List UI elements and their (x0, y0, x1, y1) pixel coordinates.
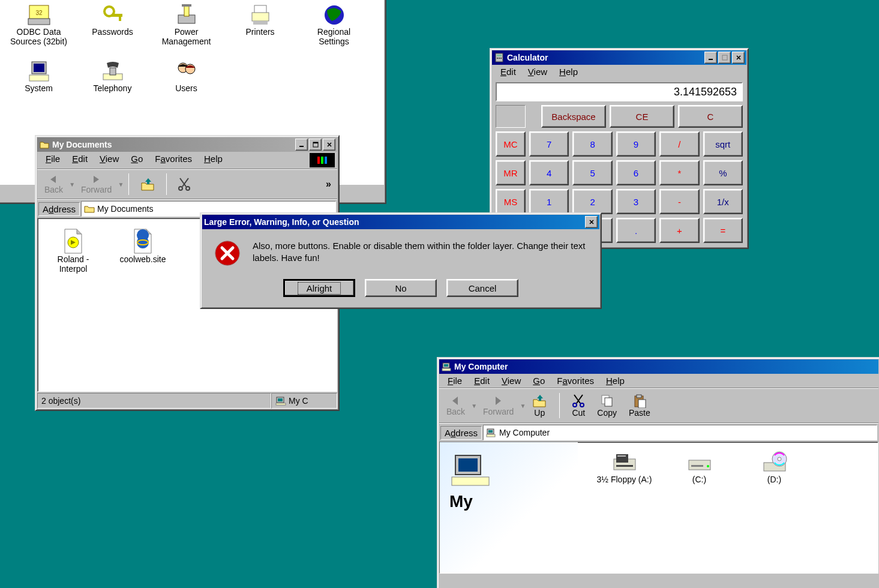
c-button[interactable]: C (678, 105, 743, 128)
folder-up-icon (532, 394, 547, 408)
close-button[interactable] (323, 139, 335, 151)
status-text: 2 object(s) (37, 393, 271, 409)
calc-divide-button[interactable]: / (659, 131, 699, 157)
calc-2-button[interactable]: 2 (572, 189, 612, 214)
menu-favorites[interactable]: Favorites (551, 375, 600, 386)
svg-text:32: 32 (35, 10, 43, 16)
drive-label: (D:) (767, 475, 781, 484)
minimize-button[interactable] (704, 52, 717, 64)
drive-item[interactable]: (C:) (671, 451, 728, 484)
calc-3-button[interactable]: 3 (616, 189, 656, 214)
ok-button[interactable]: Alright (283, 279, 355, 297)
no-button[interactable]: No (365, 279, 437, 297)
menu-go[interactable]: Go (125, 153, 149, 167)
calc-5-button[interactable]: 5 (572, 160, 612, 185)
icon-label: Users (175, 83, 197, 93)
menu-file[interactable]: File (40, 153, 66, 167)
menu-view[interactable]: View (94, 153, 125, 167)
up-button[interactable] (134, 176, 161, 193)
calc-plus-button[interactable]: + (659, 218, 699, 243)
cut-button[interactable]: Cut (566, 392, 591, 419)
calc-mr-button[interactable]: MR (496, 160, 526, 185)
calc-minus-button[interactable]: - (659, 189, 699, 214)
forward-button[interactable]: Forward (477, 394, 520, 418)
calc-ms-button[interactable]: MS (496, 189, 526, 214)
copy-button[interactable]: Copy (591, 392, 623, 419)
back-button[interactable]: Back (38, 173, 69, 196)
minimize-button[interactable] (295, 139, 308, 151)
calc-8-button[interactable]: 8 (572, 131, 612, 157)
overflow-chevron-icon[interactable]: » (326, 179, 336, 190)
backspace-button[interactable]: Backspace (541, 105, 606, 128)
calc-dot-button[interactable]: . (616, 218, 656, 243)
close-button[interactable] (732, 52, 745, 64)
control-panel-item[interactable]: Power Management (158, 3, 215, 46)
calc-6-button[interactable]: 6 (616, 160, 656, 185)
svg-rect-35 (500, 58, 502, 59)
control-panel-item[interactable]: Telephony (84, 59, 141, 93)
control-panel-item[interactable]: Regional Settings (305, 3, 362, 46)
calc-percent-button[interactable]: % (703, 160, 743, 185)
svg-rect-44 (605, 398, 612, 406)
file-item[interactable]: Roland - Interpol (47, 228, 99, 274)
calc-sqrt-button[interactable]: sqrt (703, 131, 743, 157)
calc-reciprocal-button[interactable]: 1/x (703, 189, 743, 214)
address-value: My Documents (97, 204, 153, 214)
menu-favorites[interactable]: Favorites (149, 153, 198, 167)
statusbar: 2 object(s) My C (37, 393, 337, 409)
maximize-button[interactable] (309, 139, 322, 151)
address-field[interactable]: My Computer (483, 425, 877, 440)
icon-label: Printers (245, 27, 274, 37)
svg-rect-47 (638, 400, 646, 408)
drive-item[interactable]: (D:) (746, 451, 803, 484)
svg-rect-14 (34, 64, 44, 72)
up-button[interactable]: Up (526, 392, 553, 419)
toolbar-label: Up (534, 408, 545, 418)
menu-help[interactable]: Help (198, 153, 229, 167)
titlebar[interactable]: Calculator (492, 50, 746, 65)
menu-help[interactable]: Help (553, 66, 584, 77)
forward-button[interactable]: Forward (75, 173, 118, 196)
menu-go[interactable]: Go (527, 375, 551, 386)
menu-view[interactable]: View (496, 375, 527, 386)
svg-point-25 (186, 187, 190, 190)
control-panel-item[interactable]: Users (158, 59, 215, 93)
computer-icon (486, 428, 497, 437)
control-panel-item[interactable]: Printers (232, 3, 289, 46)
calc-7-button[interactable]: 7 (529, 131, 569, 157)
back-button[interactable]: Back (440, 394, 471, 418)
titlebar[interactable]: My Documents (37, 137, 337, 152)
menu-edit[interactable]: Edit (494, 66, 522, 77)
control-panel-item[interactable]: System (10, 59, 67, 93)
menu-help[interactable]: Help (600, 375, 631, 386)
paste-button[interactable]: Paste (623, 392, 656, 419)
svg-rect-34 (499, 58, 500, 59)
drive-item[interactable]: 3½ Floppy (A:) (596, 451, 653, 484)
calc-4-button[interactable]: 4 (529, 160, 569, 185)
toolbar-label: Back (446, 407, 465, 416)
control-panel-item[interactable]: 32 ODBC Data Sources (32bit) (10, 3, 67, 46)
titlebar[interactable]: My Computer (439, 359, 878, 374)
close-button[interactable] (585, 216, 598, 228)
icon-label: Power Management (158, 27, 215, 46)
calc-1-button[interactable]: 1 (529, 189, 569, 214)
menu-view[interactable]: View (522, 66, 553, 77)
calc-9-button[interactable]: 9 (616, 131, 656, 157)
menu-edit[interactable]: Edit (468, 375, 496, 386)
calc-mc-button[interactable]: MC (496, 131, 526, 157)
maximize-button[interactable] (718, 52, 731, 64)
ce-button[interactable]: CE (610, 105, 674, 128)
cut-button[interactable] (172, 176, 197, 193)
icon-label: Passwords (92, 27, 133, 37)
drive-list[interactable]: My 3½ Floppy (A:) (C:) (D:) (439, 442, 878, 574)
menu-file[interactable]: File (442, 375, 468, 386)
calc-equals-button[interactable]: = (703, 218, 743, 243)
calc-multiply-button[interactable]: * (659, 160, 699, 185)
svg-rect-36 (709, 59, 713, 60)
menu-edit[interactable]: Edit (66, 153, 94, 167)
file-item[interactable]: coolweb.site (117, 228, 169, 264)
cd-drive-icon (761, 451, 788, 475)
cancel-button[interactable]: Cancel (446, 279, 518, 297)
titlebar[interactable]: Large Error, Warning, Info, or Question (202, 215, 599, 229)
control-panel-item[interactable]: Passwords (84, 3, 141, 46)
